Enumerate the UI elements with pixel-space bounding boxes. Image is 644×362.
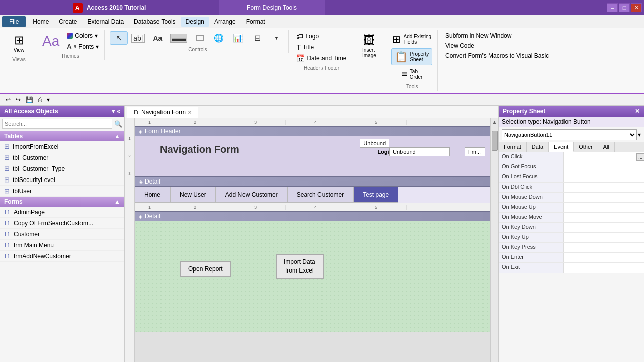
- ps-header: Property Sheet ✕: [499, 106, 644, 117]
- form-icon: 🗋: [4, 252, 11, 260]
- convert-macros-btn[interactable]: Convert Form's Macros to Visual Basic: [443, 51, 551, 60]
- logo-btn[interactable]: 🏷 Logo: [294, 31, 321, 41]
- table-icon: ⊞: [4, 187, 10, 195]
- chart-btn[interactable]: 📊: [229, 32, 247, 44]
- rect-btn[interactable]: [191, 34, 209, 43]
- header-footer-label: Header / Footer: [304, 65, 339, 71]
- colors-btn[interactable]: Colors ▾: [64, 31, 101, 40]
- tab-order-btn[interactable]: ≡ TabOrder: [398, 66, 425, 82]
- nav-item-import-from-excel[interactable]: ⊞ ImportFromExcel: [0, 141, 124, 152]
- ps-row-on-mouse-down: On Mouse Down: [499, 193, 644, 203]
- ribbon-group-insert: 🖼 InsertImage: [354, 30, 384, 61]
- fonts-btn[interactable]: A a Fonts ▾: [64, 42, 101, 51]
- nav-btn-add-new-customer[interactable]: Add New Customer: [216, 187, 287, 203]
- redo-btn[interactable]: ↪: [14, 96, 22, 104]
- forms-section-header[interactable]: Forms ▲: [0, 197, 124, 207]
- unbound-field-2[interactable]: Unbound: [389, 147, 450, 156]
- nav-btn-home[interactable]: Home: [135, 187, 170, 203]
- tables-section-header[interactable]: Tables ▲: [0, 131, 124, 141]
- nav-item-copy-frm[interactable]: 🗋 Copy Of FrmSearchCustom...: [0, 218, 124, 229]
- detail-section-label-outer: ◈ Detail: [135, 176, 490, 187]
- ps-tab-event[interactable]: Event: [549, 142, 574, 152]
- nav-panel-menu-btn[interactable]: ▾: [112, 108, 115, 115]
- save-btn[interactable]: 💾: [24, 96, 35, 104]
- menu-design[interactable]: Design: [181, 17, 209, 27]
- unbound-field-1[interactable]: Unbound: [360, 139, 389, 148]
- maximize-btn[interactable]: □: [619, 3, 630, 12]
- insert-image-btn[interactable]: 🖼 InsertImage: [359, 31, 379, 60]
- nav-btn-new-user[interactable]: New User: [170, 187, 216, 203]
- nav-item-admin-page[interactable]: 🗋 AdminPage: [0, 207, 124, 218]
- menu-format[interactable]: Format: [241, 17, 270, 27]
- scroll-up-btn[interactable]: ▲: [491, 118, 498, 126]
- menu-arrange[interactable]: Arrange: [209, 17, 241, 27]
- inner-detail-content: Open Report Import Datafrom Excel: [135, 221, 490, 332]
- ps-tab-all[interactable]: All: [598, 142, 615, 152]
- scroll-thumb[interactable]: [492, 131, 498, 151]
- undo-btn[interactable]: ↩: [4, 96, 12, 104]
- nav-panel-collapse-btn[interactable]: «: [117, 108, 120, 115]
- time-field[interactable]: Tim...: [465, 147, 485, 156]
- form-title-display: Navigation Form: [160, 144, 239, 155]
- minimize-btn[interactable]: –: [607, 3, 618, 12]
- subform-new-window-btn[interactable]: Subform in New Window: [443, 31, 514, 40]
- nav-control-btn[interactable]: ⊟: [248, 32, 266, 44]
- on-click-input[interactable]: [566, 154, 635, 160]
- nav-btn-search-customer[interactable]: Search Customer: [287, 187, 353, 203]
- web-browser-btn[interactable]: 🌐: [210, 32, 228, 44]
- ps-property-list: On Click ... ▾ On Got Focus On Lost Focu…: [499, 152, 644, 362]
- more-controls-btn[interactable]: ▼: [267, 34, 285, 42]
- nav-item-customer[interactable]: 🗋 Customer: [0, 229, 124, 240]
- nav-btn-test-page[interactable]: Test page: [353, 187, 398, 203]
- nav-item-frm-main-menu[interactable]: 🗋 frm Main Menu: [0, 240, 124, 251]
- add-existing-fields-btn[interactable]: ⊞ Add ExistingFields: [389, 31, 434, 47]
- form-tab-close-btn[interactable]: ✕: [188, 110, 192, 115]
- import-data-btn[interactable]: Import Datafrom Excel: [276, 254, 324, 279]
- print-btn[interactable]: ⎙: [37, 96, 43, 104]
- ps-row-on-enter: On Enter: [499, 253, 644, 263]
- nav-item-tbl-user[interactable]: ⊞ tblUser: [0, 186, 124, 197]
- view-btn[interactable]: ⊞ View: [11, 31, 28, 55]
- window-controls: – □ ✕: [607, 0, 644, 15]
- ps-close-btn[interactable]: ✕: [635, 108, 640, 115]
- nav-item-frm-add-new-customer[interactable]: 🗋 frmAddNewCustomer: [0, 251, 124, 262]
- ps-tab-format[interactable]: Format: [499, 142, 527, 152]
- on-click-builder-btn[interactable]: ...: [636, 153, 644, 161]
- menu-external-data[interactable]: External Data: [82, 17, 129, 27]
- close-btn[interactable]: ✕: [631, 3, 642, 12]
- nav-item-tbl-customer-type[interactable]: ⊞ tbl_Customer_Type: [0, 163, 124, 174]
- btn-control[interactable]: ▬▬: [168, 32, 190, 44]
- nav-search-input[interactable]: [2, 119, 112, 129]
- menu-file[interactable]: File: [2, 16, 26, 27]
- search-icon: 🔍: [114, 120, 122, 128]
- ribbon-group-tools: ⊞ Add ExistingFields 📋 PropertySheet ≡ T…: [386, 30, 438, 90]
- app-title: Access 2010 Tutorial: [87, 4, 146, 11]
- menu-home[interactable]: Home: [28, 17, 54, 27]
- ps-object-select[interactable]: NavigationButton11: [502, 129, 637, 140]
- ps-tab-data[interactable]: Data: [527, 142, 549, 152]
- nav-item-tbl-customer[interactable]: ⊞ tbl_Customer: [0, 152, 124, 163]
- open-report-btn[interactable]: Open Report: [180, 261, 231, 277]
- ribbon: ⊞ View Views Aa Colors ▾ A a Fonts: [0, 28, 644, 94]
- ribbon-group-controls: ↖ ab| Aa ▬▬ 🌐 📊 ⊟ ▼ Controls: [107, 30, 289, 53]
- text-box-btn[interactable]: ab|: [129, 32, 147, 44]
- nav-item-tbl-security-level[interactable]: ⊞ tblSecurityLevel: [0, 174, 124, 186]
- select-btn[interactable]: ↖: [110, 31, 128, 45]
- form-header-section-label: ◈ Form Header: [135, 126, 490, 136]
- ps-row-on-key-down: On Key Down: [499, 223, 644, 233]
- themes-btn[interactable]: Aa: [39, 31, 62, 51]
- date-time-btn[interactable]: 📅 Date and Time: [294, 53, 349, 63]
- view-code-btn[interactable]: View Code: [443, 41, 477, 50]
- scroll-track[interactable]: [492, 126, 498, 362]
- menu-create[interactable]: Create: [54, 17, 82, 27]
- menu-database-tools[interactable]: Database Tools: [129, 17, 181, 27]
- title-btn[interactable]: T Title: [294, 42, 316, 52]
- table-icon: ⊞: [4, 165, 10, 172]
- quick-access-more-btn[interactable]: ▾: [45, 96, 51, 104]
- property-sheet-btn[interactable]: 📋 PropertySheet: [391, 48, 432, 65]
- ps-tab-other[interactable]: Other: [574, 142, 598, 152]
- form-tab-bar: 🗋 Navigation Form ✕: [125, 106, 498, 118]
- vertical-scrollbar[interactable]: ▲ ▼: [490, 118, 498, 362]
- navigation-form-tab[interactable]: 🗋 Navigation Form ✕: [127, 107, 198, 118]
- label-btn[interactable]: Aa: [148, 33, 167, 44]
